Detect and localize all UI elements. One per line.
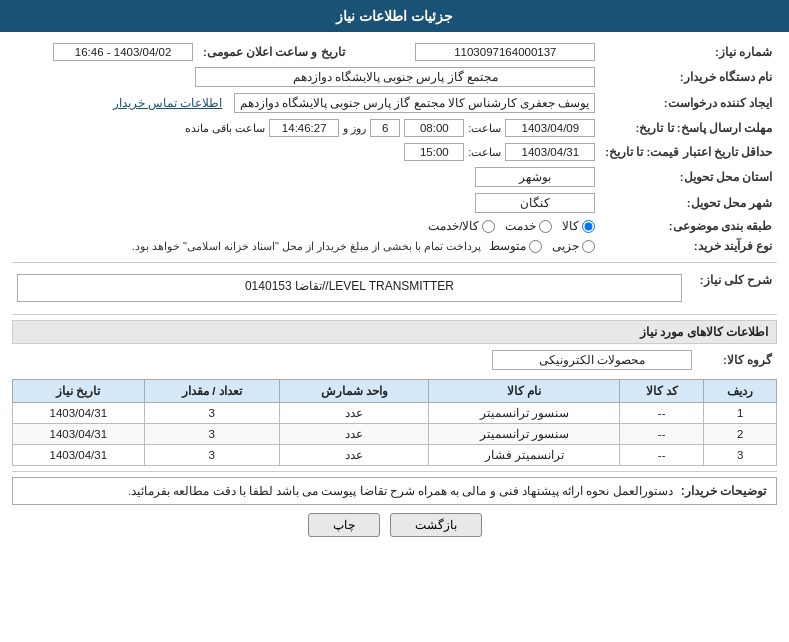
cell-row: 1 [704,403,777,424]
cell-code: -- [620,424,704,445]
need-desc-table: شرح کلی نیاز: LEVEL TRANSMITTER//تقاضا 0… [12,268,777,308]
divider-1 [12,262,777,263]
col-name: نام کالا [429,380,620,403]
buyer-notes-label: توضیحات خریدار: [681,484,766,498]
bottom-buttons: بازگشت چاپ [12,513,777,537]
category-row: کالا خدمت کالا/خدمت [12,216,600,236]
info-table: شماره نیاز: 1103097164000137 تاریخ و ساع… [12,40,777,256]
main-content: شماره نیاز: 1103097164000137 تاریخ و ساع… [0,32,789,555]
contact-link[interactable]: اطلاعات تماس خریدار [113,97,222,109]
price-deadline-label: حداقل تاریخ اعتبار قیمت: تا تاریخ: [600,140,777,164]
need-number-box: 1103097164000137 [415,43,595,61]
buyer-label: نام دستگاه خریدار: [600,64,777,90]
creator-value: یوسف جعفری کارشناس کالا مجتمع گاز پارس ج… [12,90,600,116]
page-container: جزئیات اطلاعات نیاز شماره نیاز: 11030971… [0,0,789,642]
cell-name: سنسور ترانسمیتر [429,424,620,445]
price-time-label: ساعت: [468,146,501,159]
table-row: 3--ترانسمیتر فشارعدد31403/04/31 [13,445,777,466]
cell-date: 1403/04/31 [13,424,145,445]
reply-remaining-label: ساعت باقی مانده [185,122,265,135]
buyer-notes-value: دستورالعمل نحوه ارائه پیشنهاد فنی و مالی… [128,484,673,498]
province-value: بوشهر [12,164,600,190]
category-option-service[interactable]: خدمت [505,219,552,233]
col-date: تاریخ نیاز [13,380,145,403]
purchase-type-medium[interactable]: متوسط [489,239,542,253]
cell-code: -- [620,403,704,424]
header-title: جزئیات اطلاعات نیاز [336,8,453,24]
need-number-value: 1103097164000137 [365,40,601,64]
col-qty: تعداد / مقدار [144,380,279,403]
cell-row: 3 [704,445,777,466]
need-desc-box: LEVEL TRANSMITTER//تقاضا 0140153 [17,274,682,302]
reply-days-box: 6 [370,119,400,137]
goods-info-title: اطلاعات کالاهای مورد نیاز [12,320,777,344]
creator-label: ایجاد کننده درخواست: [600,90,777,116]
col-row: ردیف [704,380,777,403]
need-desc-label: شرح کلی نیاز: [687,268,777,308]
cell-qty: 3 [144,424,279,445]
cell-date: 1403/04/31 [13,445,145,466]
divider-2 [12,314,777,315]
creator-box: یوسف جعفری کارشناس کالا مجتمع گاز پارس ج… [234,93,596,113]
cell-unit: عدد [279,403,429,424]
province-label: استان محل تحویل: [600,164,777,190]
back-button[interactable]: بازگشت [390,513,482,537]
reply-remaining-box: 14:46:27 [269,119,339,137]
price-time-box: 15:00 [404,143,464,161]
cell-date: 1403/04/31 [13,403,145,424]
date-label: تاریخ و ساعت اعلان عمومی: [198,40,365,64]
purchase-type-partial[interactable]: جزیی [552,239,595,253]
reply-deadline-label: مهلت ارسال پاسخ: تا تاریخ: [600,116,777,140]
col-code: کد کالا [620,380,704,403]
need-number-label: شماره نیاز: [600,40,777,64]
table-row: 1--سنسور ترانسمیترعدد31403/04/31 [13,403,777,424]
reply-day-label: روز و [343,122,366,135]
price-date-box: 1403/04/31 [505,143,595,161]
reply-date-box: 1403/04/09 [505,119,595,137]
cell-qty: 3 [144,445,279,466]
purchase-type-row: جزیی متوسط پرداخت تمام با بخشی از مبلغ خ… [12,236,600,256]
need-desc-value: LEVEL TRANSMITTER//تقاضا 0140153 [245,279,454,293]
city-value: کنگان [12,190,600,216]
buyer-box: مجتمع گاز پارس جنوبی پالایشگاه دوازدهم [195,67,595,87]
cell-code: -- [620,445,704,466]
cell-unit: عدد [279,424,429,445]
reply-deadline-row: 1403/04/09 ساعت: 08:00 6 روز و 14:46:27 … [12,116,600,140]
print-button[interactable]: چاپ [308,513,380,537]
province-box: بوشهر [475,167,595,187]
cell-row: 2 [704,424,777,445]
cell-unit: عدد [279,445,429,466]
col-unit: واحد شمارش [279,380,429,403]
cell-name: سنسور ترانسمیتر [429,403,620,424]
date-box: 1403/04/02 - 16:46 [53,43,193,61]
goods-group-table: گروه کالا: محصولات الکترونیکی [12,347,777,373]
category-option-both[interactable]: کالا/خدمت [428,219,495,233]
reply-time-box: 08:00 [404,119,464,137]
buyer-notes-container: توضیحات خریدار: دستورالعمل نحوه ارائه پی… [12,477,777,505]
need-desc-cell: LEVEL TRANSMITTER//تقاضا 0140153 [12,268,687,308]
price-deadline-row: 1403/04/31 ساعت: 15:00 [12,140,600,164]
cell-qty: 3 [144,403,279,424]
goods-group-box: محصولات الکترونیکی [492,350,692,370]
purchase-type-label: نوع فرآیند خرید: [600,236,777,256]
city-box: کنگان [475,193,595,213]
category-option-goods[interactable]: کالا [562,219,595,233]
goods-group-label: گروه کالا: [697,347,777,373]
reply-time-label: ساعت: [468,122,501,135]
buyer-value: مجتمع گاز پارس جنوبی پالایشگاه دوازدهم [12,64,600,90]
table-row: 2--سنسور ترانسمیترعدد31403/04/31 [13,424,777,445]
goods-group-value: محصولات الکترونیکی [12,347,697,373]
date-value: 1403/04/02 - 16:46 [12,40,198,64]
category-label: طبقه بندی موضوعی: [600,216,777,236]
purchase-type-note: پرداخت تمام با بخشی از مبلغ خریدار از مح… [132,240,482,253]
cell-name: ترانسمیتر فشار [429,445,620,466]
goods-table: ردیف کد کالا نام کالا واحد شمارش تعداد /… [12,379,777,466]
city-label: شهر محل تحویل: [600,190,777,216]
page-title: جزئیات اطلاعات نیاز [0,0,789,32]
divider-3 [12,471,777,472]
